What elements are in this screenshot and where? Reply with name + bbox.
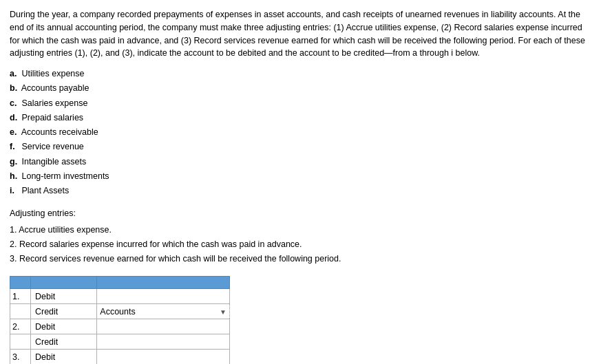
debit-input-2[interactable] bbox=[97, 319, 230, 334]
debit-label-3: Debit bbox=[30, 350, 96, 364]
table-row: 1. Debit bbox=[10, 289, 230, 304]
adjusting-section: Adjusting entries: 1. Accrue utilities e… bbox=[10, 206, 591, 266]
debit-input-1[interactable] bbox=[97, 289, 230, 304]
list-item: e. Accounts receivable bbox=[10, 125, 591, 140]
debit-label-1: Debit bbox=[30, 289, 96, 304]
list-item: d. Prepaid salaries bbox=[10, 111, 591, 125]
table-row: 2. Debit bbox=[10, 319, 230, 334]
row-number-3: 3. bbox=[10, 350, 31, 364]
intro-paragraph: During the year, a company recorded prep… bbox=[10, 8, 591, 60]
adjusting-title: Adjusting entries: bbox=[10, 206, 591, 221]
debit-text-2[interactable] bbox=[100, 322, 226, 332]
list-item: g. Intangible assets bbox=[10, 155, 591, 169]
debit-input-3[interactable] bbox=[97, 350, 230, 364]
row-number-2b bbox=[10, 334, 31, 350]
row-number-1b bbox=[10, 304, 31, 319]
credit-dropdown-1[interactable]: Accounts Accounts payable Accounts recei… bbox=[97, 304, 230, 319]
list-item: c. Salaries expense bbox=[10, 96, 591, 111]
debit-label-2: Debit bbox=[30, 319, 96, 334]
list-item: h. Long-term investments bbox=[10, 169, 591, 184]
row-number-1: 1. bbox=[10, 289, 31, 304]
adjusting-entry-2: 2. Record salaries expense incurred for … bbox=[10, 237, 591, 252]
list-item: f. Service revenue bbox=[10, 140, 591, 154]
list-item: i. Plant Assets bbox=[10, 184, 591, 198]
credit-input-2[interactable] bbox=[97, 334, 230, 350]
table-area: 1. Debit Credit Accounts Accounts payabl… bbox=[10, 276, 591, 364]
table-header bbox=[10, 277, 230, 289]
credit-label-1: Credit bbox=[30, 304, 96, 319]
credit-select-1[interactable]: Accounts Accounts payable Accounts recei… bbox=[100, 307, 226, 317]
list-item: a. Utilities expense bbox=[10, 67, 591, 81]
table-row: Credit bbox=[10, 334, 230, 350]
credit-text-2[interactable] bbox=[100, 337, 226, 347]
adjusting-entry-1: 1. Accrue utilities expense. bbox=[10, 223, 591, 237]
row-number-2: 2. bbox=[10, 319, 31, 334]
debit-text-1[interactable] bbox=[100, 292, 226, 301]
list-item: b. Accounts payable bbox=[10, 81, 591, 96]
debit-text-3[interactable] bbox=[100, 352, 226, 362]
credit-label-2: Credit bbox=[30, 334, 96, 350]
table-row: 3. Debit bbox=[10, 350, 230, 364]
table-row: Credit Accounts Accounts payable Account… bbox=[10, 304, 230, 319]
adjusting-entry-3: 3. Record services revenue earned for wh… bbox=[10, 252, 591, 266]
items-list: a. Utilities expense b. Accounts payable… bbox=[10, 67, 591, 198]
